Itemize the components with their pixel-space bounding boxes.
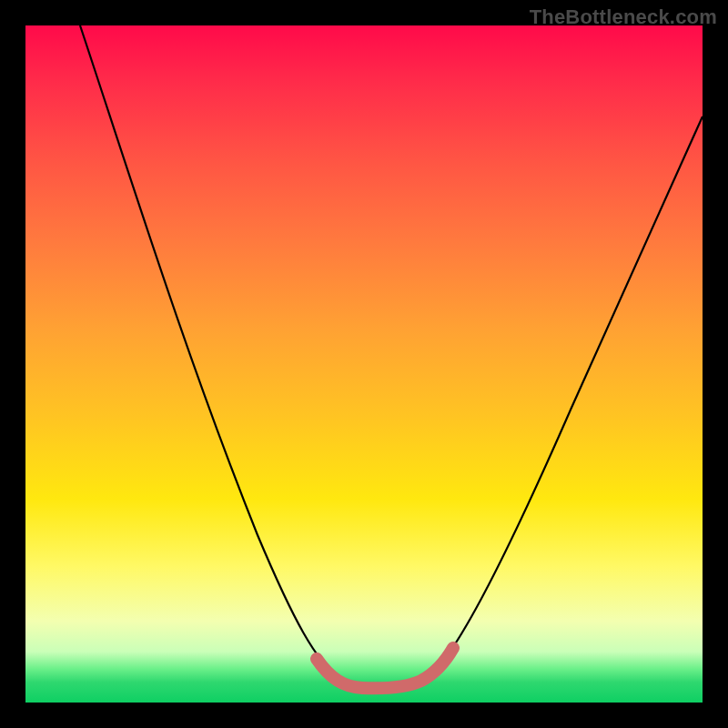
- trough-highlight: [317, 648, 453, 688]
- chart-curve: [25, 25, 703, 703]
- chart-plot-area: [25, 25, 703, 703]
- watermark-text: TheBottleneck.com: [530, 5, 717, 29]
- bottleneck-curve-path: [80, 25, 703, 685]
- chart-frame: TheBottleneck.com: [0, 0, 728, 728]
